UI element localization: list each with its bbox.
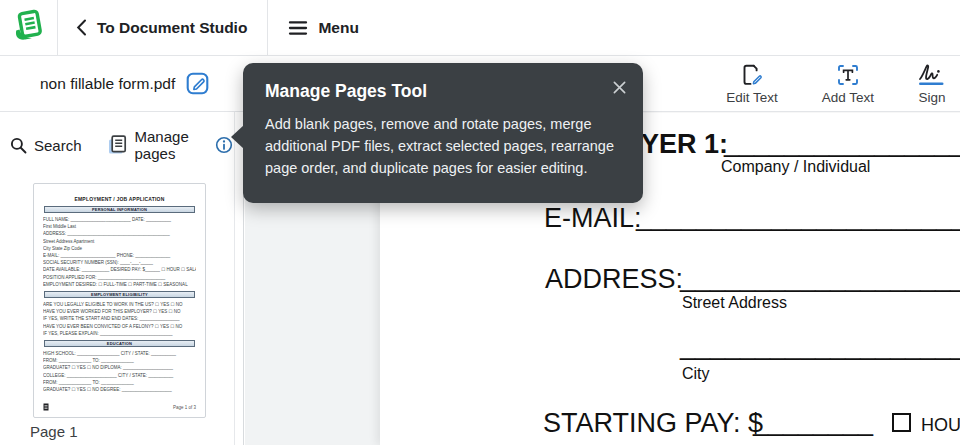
edit-text-button[interactable]: Edit Text: [726, 63, 778, 105]
thumbnail-form-row: IF YES, PLEASE EXPLAIN: ________________…: [43, 330, 196, 337]
thumbnail-footer: Page 1 of 3: [43, 403, 196, 411]
thumbnail-section-header: PERSONAL INFORMATION: [44, 206, 195, 213]
thumbnail-form-row: POSITION APPLIED FOR: __________________…: [43, 274, 196, 281]
tiny-document-icon: [43, 403, 49, 411]
filename-group: non fillable form.pdf: [0, 71, 210, 96]
add-text-button[interactable]: Add Text: [822, 63, 874, 105]
thumbnail-form-row: FULL NAME: ________________________ DATE…: [43, 216, 196, 223]
thumbnail-form-row: ADDRESS: _______________________________…: [43, 230, 196, 237]
tooltip-close-button[interactable]: [609, 77, 629, 97]
thumbnail-form-row: GRADUATE? ☐ YES ☐ NO DEGREE: ___________…: [43, 386, 196, 393]
edit-text-icon: [740, 63, 764, 87]
thumbnail-section: PERSONAL INFORMATION FULL NAME: ________…: [43, 206, 196, 288]
thumbnail-page-count: Page 1 of 3: [173, 405, 196, 410]
search-icon: [10, 137, 27, 154]
doc-city-sublabel: City: [682, 365, 710, 383]
thumbnail-form-row: Street Address Apartment: [43, 238, 196, 245]
back-label: To Document Studio: [97, 19, 247, 37]
thumbnail-form-body: PERSONAL INFORMATION FULL NAME: ________…: [43, 206, 196, 393]
file-name: non fillable form.pdf: [40, 75, 175, 93]
thumbnail-form-row: E-MAIL: ______________________ PHONE: __…: [43, 252, 196, 259]
thumbnail-form-row: FROM: _____________ TO: _____________: [43, 379, 196, 386]
thumbnail-form-row: EMPLOYMENT DESIRED: ☐ FULL-TIME ☐ PART-T…: [43, 281, 196, 288]
manage-pages-label: Manage pages: [135, 128, 197, 162]
thumbnail-form-row: GRADUATE? ☐ YES ☐ NO DIPLOMA: __________…: [43, 364, 196, 371]
thumbnail-form-row: HAVE YOU EVER WORKED FOR THIS EMPLOYER? …: [43, 308, 196, 315]
tooltip-body-text: Add blank pages, remove and rotate pages…: [265, 114, 621, 179]
doc-pay-line[interactable]: ________: [753, 406, 873, 437]
thumbnail-section-header: EMPLOYMENT ELIGIBILITY: [44, 291, 195, 298]
document-logo-icon: [10, 7, 48, 49]
thumbnail-form-row: IF YES, WRITE THE START AND END DATES: _…: [43, 315, 196, 322]
doc-pay-label: STARTING PAY: $: [543, 408, 763, 439]
manage-pages-icon: [106, 134, 128, 156]
thumbnail-form-row: FROM: _____________ TO: _____________: [43, 357, 196, 364]
menu-button[interactable]: Menu: [268, 0, 378, 55]
pages-sidebar: Search Manage pages EMPLOYME: [0, 112, 244, 445]
thumbnail-form-row: SOCIAL SECURITY NUMBER (SSN): ____-___-_…: [43, 259, 196, 266]
thumbnail-form-row: City State Zip Code: [43, 245, 196, 252]
menu-label: Menu: [318, 19, 358, 37]
top-bar: To Document Studio Menu: [0, 0, 960, 56]
doc-email-label: E-MAIL:: [544, 203, 642, 234]
sign-label: Sign: [918, 90, 945, 105]
thumbnail-section: EDUCATION HIGH SCHOOL: _________________…: [43, 340, 196, 393]
thumbnail-section-rows: ARE YOU LEGALLY ELIGIBLE TO WORK IN THE …: [43, 301, 196, 337]
tooltip-arrow: [231, 125, 244, 149]
doc-city-line[interactable]: ____________________: [680, 330, 960, 361]
doc-hourly-checkbox[interactable]: [892, 413, 911, 432]
thumbnail-form-row: COLLEGE: ____________________ CITY / STA…: [43, 372, 196, 379]
page-1-thumbnail[interactable]: EMPLOYMENT / JOB APPLICATION PERSONAL IN…: [33, 183, 206, 418]
search-button[interactable]: Search: [10, 137, 82, 154]
tooltip-title: Manage Pages Tool: [265, 81, 621, 102]
manage-pages-tooltip: Manage Pages Tool Add blank pages, remov…: [243, 63, 643, 203]
thumbnail-form-row: HAVE YOU EVER BEEN CONVICTED OF A FELONY…: [43, 323, 196, 330]
thumbnail-section-header: EDUCATION: [44, 340, 195, 347]
thumbnail-form-row: First Middle Last: [43, 223, 196, 230]
sign-button[interactable]: Sign: [918, 63, 946, 105]
signature-icon: [918, 63, 946, 87]
thumbnail-form-row: HIGH SCHOOL: _________________ CITY / ST…: [43, 350, 196, 357]
thumbnail-section: EMPLOYMENT ELIGIBILITY ARE YOU LEGALLY E…: [43, 291, 196, 337]
doc-email-line[interactable]: ________________________: [636, 201, 960, 232]
doc-street-sublabel: Street Address: [682, 294, 787, 312]
rename-file-icon[interactable]: [185, 71, 210, 96]
doc-address-line[interactable]: ____________________: [680, 262, 960, 293]
thumbnail-form-row: DATE AVAILABLE: ___________ DESIRED PAY:…: [43, 266, 196, 273]
doc-employer-line[interactable]: ___________________: [724, 127, 960, 158]
thumbnail-form-row: ARE YOU LEGALLY ELIGIBLE TO WORK IN THE …: [43, 301, 196, 308]
document-actions: Edit Text Add Text Sign: [726, 63, 960, 105]
sidebar-scrollbar[interactable]: [234, 112, 235, 445]
app-logo[interactable]: [0, 0, 58, 55]
thumbnail-section-rows: HIGH SCHOOL: _________________ CITY / ST…: [43, 350, 196, 393]
back-to-document-studio[interactable]: To Document Studio: [58, 0, 268, 55]
add-text-label: Add Text: [822, 90, 874, 105]
sidebar-tools: Search Manage pages: [0, 112, 243, 162]
doc-hourly-label: HOURLY: [921, 415, 960, 436]
doc-employer-sublabel: Company / Individual: [721, 158, 870, 176]
manage-pages-button[interactable]: Manage pages: [106, 128, 197, 162]
edit-text-label: Edit Text: [726, 90, 778, 105]
thumbnail-section-rows: FULL NAME: ________________________ DATE…: [43, 216, 196, 288]
add-text-icon: [836, 63, 860, 87]
search-label: Search: [34, 137, 82, 154]
doc-address-label: ADDRESS:: [545, 264, 683, 295]
page-1-label: Page 1: [30, 423, 78, 440]
hamburger-icon: [288, 20, 308, 36]
thumbnail-form-title: EMPLOYMENT / JOB APPLICATION: [43, 196, 196, 202]
chevron-left-icon: [76, 19, 87, 36]
